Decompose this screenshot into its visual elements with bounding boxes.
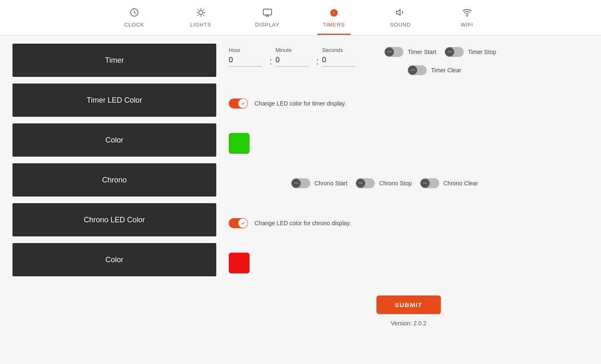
minute-input[interactable]: [275, 56, 309, 67]
seconds-field: Seconds: [322, 47, 359, 67]
chrono-led-color-label-box: Chrono LED Color: [12, 203, 216, 236]
nav-timers-label: TIMERS: [323, 22, 345, 28]
svg-line-8: [198, 15, 198, 16]
svg-point-16: [467, 15, 467, 16]
timer-stop-thumb: [445, 47, 454, 57]
chrono-led-toggle[interactable]: [229, 218, 248, 228]
timer-label-box: Timer: [12, 44, 216, 77]
svg-marker-15: [396, 10, 400, 15]
chrono-led-description: Change LED color for chrono display.: [255, 220, 351, 226]
timer-start-label: Timer Start: [408, 49, 436, 55]
chrono-led-color-label: Chrono LED Color: [84, 216, 145, 224]
nav-sound-label: SOUND: [390, 22, 411, 28]
timer-stop-toggle[interactable]: [445, 47, 464, 57]
color2-label: Color: [105, 256, 123, 264]
submit-area: SUBMIT Version: 2.0.2: [229, 283, 589, 335]
chrono-start-group: Chrono Start: [291, 178, 347, 188]
seconds-input[interactable]: [322, 56, 355, 67]
labels-column: Timer Timer LED Color Color Chrono Chron…: [12, 44, 216, 335]
chrono-clear-toggle[interactable]: [420, 178, 439, 188]
nav-wifi[interactable]: WIFI: [450, 7, 484, 35]
timer-stop-label: Timer Stop: [468, 49, 496, 55]
color1-swatch[interactable]: [229, 133, 250, 154]
hour-field: Hour: [229, 47, 266, 67]
minute-field: Minute: [275, 47, 313, 67]
content-column: Hour : Minute : Seconds: [216, 44, 589, 335]
submit-button[interactable]: SUBMIT: [376, 295, 441, 314]
display-icon: [262, 7, 272, 19]
main-content: Timer Timer LED Color Color Chrono Chron…: [0, 35, 601, 343]
hour-label: Hour: [229, 47, 240, 53]
nav-sound[interactable]: SOUND: [384, 7, 417, 35]
chrono-clear-label: Chrono Clear: [443, 180, 478, 187]
timer-led-toggle[interactable]: [229, 98, 248, 108]
colon-1: :: [270, 56, 272, 67]
clock-icon: [129, 7, 139, 19]
nav-lights[interactable]: LIGHTS: [184, 7, 218, 35]
chrono-led-row: Change LED color for chrono display.: [229, 203, 589, 243]
svg-line-5: [203, 15, 204, 16]
timer-clear-toggle[interactable]: [408, 65, 427, 75]
chrono-stop-group: Chrono Stop: [356, 178, 412, 188]
chrono-start-label: Chrono Start: [314, 180, 347, 187]
timer-clear-label: Timer Clear: [431, 67, 461, 74]
timer-start-toggle[interactable]: [384, 47, 403, 57]
nav-timers[interactable]: ! TIMERS: [317, 7, 351, 35]
timer-led-thumb: [238, 99, 247, 108]
version-text: Version: 2.0.2: [391, 320, 427, 327]
timers-icon: !: [329, 7, 339, 19]
nav-wifi-label: WIFI: [460, 22, 473, 28]
chrono-label-box: Chrono: [12, 163, 216, 197]
timer-stop-group: Timer Stop: [445, 47, 496, 57]
timer-led-row: Change LED color for timer display.: [229, 84, 589, 123]
svg-point-1: [199, 10, 203, 15]
timer-led-color-label: Timer LED Color: [87, 96, 142, 105]
chrono-led-thumb: [238, 219, 247, 228]
color1-row: [229, 123, 589, 163]
nav-display[interactable]: DISPLAY: [251, 7, 284, 35]
nav-clock-label: CLOCK: [124, 22, 144, 28]
chrono-start-thumb: [292, 179, 301, 188]
navigation: CLOCK LIGHTS DISPLAY: [0, 0, 601, 35]
chrono-stop-toggle[interactable]: [356, 178, 375, 188]
color2-swatch[interactable]: [229, 253, 250, 273]
chrono-label: Chrono: [102, 176, 126, 184]
chrono-clear-thumb: [420, 179, 430, 188]
timer-start-group: Timer Start: [384, 47, 436, 57]
sound-icon: [396, 7, 406, 19]
chrono-start-toggle[interactable]: [291, 178, 310, 188]
color2-row: [229, 243, 589, 283]
svg-line-9: [203, 9, 204, 10]
color1-label-box: Color: [12, 123, 216, 157]
svg-rect-10: [263, 9, 272, 15]
time-inputs: Hour : Minute : Seconds: [229, 47, 359, 67]
nav-display-label: DISPLAY: [255, 22, 279, 28]
hour-input[interactable]: [229, 56, 262, 67]
chrono-row: Chrono Start Chrono Stop Chrono Clear: [229, 163, 589, 203]
minute-label: Minute: [275, 47, 292, 53]
timer-led-color-label-box: Timer LED Color: [12, 84, 216, 117]
svg-line-4: [198, 9, 198, 10]
svg-text:!: !: [333, 11, 335, 15]
colon-2: :: [316, 56, 319, 67]
chrono-clear-group: Chrono Clear: [420, 178, 478, 188]
lights-icon: [196, 7, 206, 19]
nav-lights-label: LIGHTS: [190, 22, 211, 28]
color2-label-box: Color: [12, 243, 216, 276]
timer-label: Timer: [105, 56, 124, 65]
seconds-label: Seconds: [322, 47, 343, 53]
wifi-icon: [462, 7, 472, 19]
timer-row: Hour : Minute : Seconds: [229, 44, 589, 84]
timer-clear-group: Timer Clear: [384, 65, 581, 75]
timer-led-description: Change LED color for timer display.: [255, 100, 346, 107]
color1-label: Color: [105, 136, 123, 145]
timer-controls: Timer Start Timer Stop Timer Clear: [384, 47, 581, 75]
nav-clock[interactable]: CLOCK: [118, 7, 151, 35]
chrono-stop-label: Chrono Stop: [379, 180, 412, 187]
